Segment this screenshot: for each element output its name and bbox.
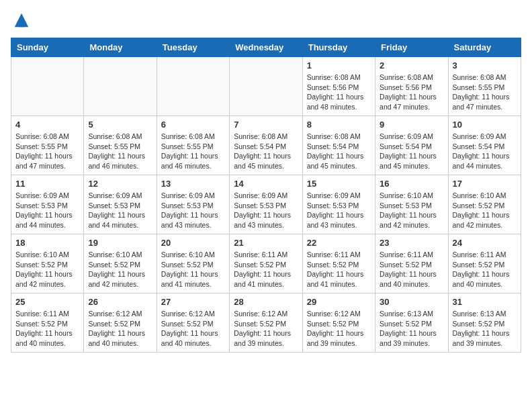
calendar-cell-8: 8Sunrise: 6:08 AMSunset: 5:54 PMDaylight… xyxy=(302,116,375,175)
cell-info: Sunrise: 6:11 AMSunset: 5:52 PMDaylight:… xyxy=(307,250,371,289)
cell-info: Sunrise: 6:08 AMSunset: 5:56 PMDaylight:… xyxy=(380,73,443,112)
cell-info: Sunrise: 6:10 AMSunset: 5:52 PMDaylight:… xyxy=(161,250,225,289)
day-number: 4 xyxy=(15,120,79,130)
cell-info: Sunrise: 6:08 AMSunset: 5:54 PMDaylight:… xyxy=(307,132,371,171)
calendar-cell-21: 21Sunrise: 6:11 AMSunset: 5:52 PMDayligh… xyxy=(230,234,302,293)
cell-info: Sunrise: 6:12 AMSunset: 5:52 PMDaylight:… xyxy=(88,309,152,349)
cell-info: Sunrise: 6:13 AMSunset: 5:52 PMDaylight:… xyxy=(453,309,517,349)
calendar-cell-24: 24Sunrise: 6:11 AMSunset: 5:52 PMDayligh… xyxy=(448,234,521,293)
calendar-cell-empty-1 xyxy=(84,57,157,116)
day-number: 7 xyxy=(234,120,298,130)
day-number: 29 xyxy=(307,297,371,307)
calendar-cell-23: 23Sunrise: 6:11 AMSunset: 5:52 PMDayligh… xyxy=(375,234,448,293)
calendar-week-1: 1Sunrise: 6:08 AMSunset: 5:56 PMDaylight… xyxy=(11,57,521,116)
day-number: 11 xyxy=(15,179,79,189)
cell-info: Sunrise: 6:09 AMSunset: 5:53 PMDaylight:… xyxy=(234,191,298,230)
day-number: 24 xyxy=(453,238,517,248)
calendar-week-4: 18Sunrise: 6:10 AMSunset: 5:52 PMDayligh… xyxy=(11,234,521,293)
day-number: 27 xyxy=(161,297,225,307)
weekday-header-monday: Monday xyxy=(84,38,157,57)
svg-marker-1 xyxy=(17,25,26,28)
logo-icon xyxy=(12,11,31,30)
day-number: 2 xyxy=(380,60,443,71)
day-number: 25 xyxy=(15,297,79,307)
day-number: 20 xyxy=(161,238,225,248)
cell-info: Sunrise: 6:11 AMSunset: 5:52 PMDaylight:… xyxy=(15,309,79,349)
calendar-cell-5: 5Sunrise: 6:08 AMSunset: 5:55 PMDaylight… xyxy=(84,116,157,175)
weekday-header-saturday: Saturday xyxy=(448,38,521,57)
day-number: 13 xyxy=(161,179,225,189)
cell-info: Sunrise: 6:08 AMSunset: 5:55 PMDaylight:… xyxy=(161,132,225,171)
cell-info: Sunrise: 6:10 AMSunset: 5:53 PMDaylight:… xyxy=(380,191,443,230)
cell-info: Sunrise: 6:09 AMSunset: 5:54 PMDaylight:… xyxy=(453,132,517,171)
day-number: 22 xyxy=(307,238,371,248)
weekday-header-thursday: Thursday xyxy=(302,38,375,57)
calendar-cell-11: 11Sunrise: 6:09 AMSunset: 5:53 PMDayligh… xyxy=(11,175,84,234)
calendar-cell-14: 14Sunrise: 6:09 AMSunset: 5:53 PMDayligh… xyxy=(230,175,302,234)
calendar-cell-2: 2Sunrise: 6:08 AMSunset: 5:56 PMDaylight… xyxy=(375,57,448,116)
cell-info: Sunrise: 6:08 AMSunset: 5:55 PMDaylight:… xyxy=(453,73,517,112)
calendar-cell-29: 29Sunrise: 6:12 AMSunset: 5:52 PMDayligh… xyxy=(302,293,375,353)
calendar-cell-6: 6Sunrise: 6:08 AMSunset: 5:55 PMDaylight… xyxy=(157,116,229,175)
calendar-cell-22: 22Sunrise: 6:11 AMSunset: 5:52 PMDayligh… xyxy=(302,234,375,293)
day-number: 30 xyxy=(380,297,443,307)
day-number: 31 xyxy=(453,297,517,307)
calendar-cell-20: 20Sunrise: 6:10 AMSunset: 5:52 PMDayligh… xyxy=(157,234,229,293)
day-number: 3 xyxy=(453,60,517,71)
calendar-cell-10: 10Sunrise: 6:09 AMSunset: 5:54 PMDayligh… xyxy=(448,116,521,175)
calendar-cell-31: 31Sunrise: 6:13 AMSunset: 5:52 PMDayligh… xyxy=(448,293,521,353)
cell-info: Sunrise: 6:09 AMSunset: 5:53 PMDaylight:… xyxy=(307,191,371,230)
weekday-header-friday: Friday xyxy=(375,38,448,57)
calendar-cell-15: 15Sunrise: 6:09 AMSunset: 5:53 PMDayligh… xyxy=(302,175,375,234)
calendar-cell-18: 18Sunrise: 6:10 AMSunset: 5:52 PMDayligh… xyxy=(11,234,84,293)
calendar-cell-27: 27Sunrise: 6:12 AMSunset: 5:52 PMDayligh… xyxy=(157,293,229,353)
calendar-cell-25: 25Sunrise: 6:11 AMSunset: 5:52 PMDayligh… xyxy=(11,293,84,353)
weekday-header-sunday: Sunday xyxy=(11,38,84,57)
day-number: 6 xyxy=(161,120,225,130)
day-number: 23 xyxy=(380,238,443,248)
cell-info: Sunrise: 6:13 AMSunset: 5:52 PMDaylight:… xyxy=(380,309,443,349)
day-number: 10 xyxy=(453,120,517,130)
cell-info: Sunrise: 6:11 AMSunset: 5:52 PMDaylight:… xyxy=(453,250,517,289)
cell-info: Sunrise: 6:09 AMSunset: 5:54 PMDaylight:… xyxy=(380,132,443,171)
calendar-cell-12: 12Sunrise: 6:09 AMSunset: 5:53 PMDayligh… xyxy=(84,175,157,234)
calendar-cell-1: 1Sunrise: 6:08 AMSunset: 5:56 PMDaylight… xyxy=(302,57,375,116)
calendar-cell-3: 3Sunrise: 6:08 AMSunset: 5:55 PMDaylight… xyxy=(448,57,521,116)
calendar-cell-16: 16Sunrise: 6:10 AMSunset: 5:53 PMDayligh… xyxy=(375,175,448,234)
header xyxy=(11,11,521,30)
cell-info: Sunrise: 6:09 AMSunset: 5:53 PMDaylight:… xyxy=(88,191,152,230)
calendar-week-5: 25Sunrise: 6:11 AMSunset: 5:52 PMDayligh… xyxy=(11,293,521,353)
day-number: 21 xyxy=(234,238,298,248)
day-number: 5 xyxy=(88,120,152,130)
calendar-cell-30: 30Sunrise: 6:13 AMSunset: 5:52 PMDayligh… xyxy=(375,293,448,353)
calendar-table: SundayMondayTuesdayWednesdayThursdayFrid… xyxy=(11,38,521,353)
cell-info: Sunrise: 6:10 AMSunset: 5:52 PMDaylight:… xyxy=(88,250,152,289)
calendar-week-2: 4Sunrise: 6:08 AMSunset: 5:55 PMDaylight… xyxy=(11,116,521,175)
calendar-cell-7: 7Sunrise: 6:08 AMSunset: 5:54 PMDaylight… xyxy=(230,116,302,175)
calendar-cell-empty-3 xyxy=(230,57,302,116)
calendar-cell-13: 13Sunrise: 6:09 AMSunset: 5:53 PMDayligh… xyxy=(157,175,229,234)
cell-info: Sunrise: 6:09 AMSunset: 5:53 PMDaylight:… xyxy=(15,191,79,230)
cell-info: Sunrise: 6:09 AMSunset: 5:53 PMDaylight:… xyxy=(161,191,225,230)
cell-info: Sunrise: 6:12 AMSunset: 5:52 PMDaylight:… xyxy=(307,309,371,349)
cell-info: Sunrise: 6:10 AMSunset: 5:52 PMDaylight:… xyxy=(15,250,79,289)
cell-info: Sunrise: 6:08 AMSunset: 5:54 PMDaylight:… xyxy=(234,132,298,171)
day-number: 12 xyxy=(88,179,152,189)
day-number: 28 xyxy=(234,297,298,307)
cell-info: Sunrise: 6:11 AMSunset: 5:52 PMDaylight:… xyxy=(380,250,443,289)
logo xyxy=(11,11,31,30)
day-number: 9 xyxy=(380,120,443,130)
calendar-cell-26: 26Sunrise: 6:12 AMSunset: 5:52 PMDayligh… xyxy=(84,293,157,353)
cell-info: Sunrise: 6:10 AMSunset: 5:52 PMDaylight:… xyxy=(453,191,517,230)
calendar-cell-19: 19Sunrise: 6:10 AMSunset: 5:52 PMDayligh… xyxy=(84,234,157,293)
calendar-cell-empty-0 xyxy=(11,57,84,116)
day-number: 16 xyxy=(380,179,443,189)
cell-info: Sunrise: 6:08 AMSunset: 5:55 PMDaylight:… xyxy=(88,132,152,171)
weekday-header-tuesday: Tuesday xyxy=(157,38,229,57)
cell-info: Sunrise: 6:12 AMSunset: 5:52 PMDaylight:… xyxy=(161,309,225,349)
day-number: 8 xyxy=(307,120,371,130)
day-number: 18 xyxy=(15,238,79,248)
calendar-week-3: 11Sunrise: 6:09 AMSunset: 5:53 PMDayligh… xyxy=(11,175,521,234)
calendar-body: 1Sunrise: 6:08 AMSunset: 5:56 PMDaylight… xyxy=(11,57,521,353)
weekday-header-wednesday: Wednesday xyxy=(230,38,302,57)
